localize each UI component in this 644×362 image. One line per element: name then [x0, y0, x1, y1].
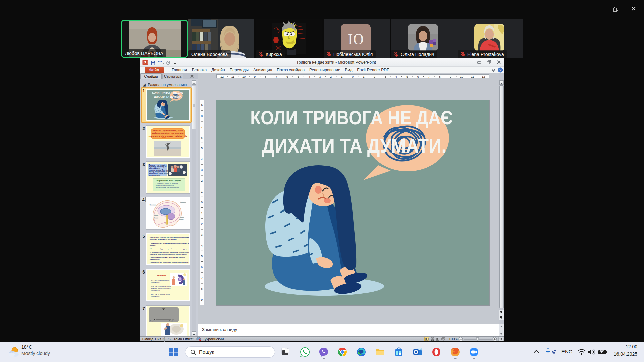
svg-text:Як тривожність може і разум?: Як тривожність може і разум? — [156, 180, 181, 182]
svg-text:свої відчуття.: свої відчуття. — [151, 289, 160, 291]
svg-text:8: 8 — [265, 75, 266, 78]
svg-text:«Життя – це не чекати, коли: «Життя – це не чекати, коли — [153, 129, 183, 132]
svg-text:контролювати.: контролювати. — [149, 174, 160, 176]
svg-text:Результат: Результат — [157, 274, 166, 276]
svg-text:Емоції: Емоції — [150, 320, 153, 322]
svg-text:кризової?: кризової? — [150, 245, 156, 246]
svg-text:5. Чи помічали інші, що поради: 5. Чи помічали інші, що порадила вас пов… — [150, 262, 189, 263]
svg-text:Мигдал: Мигдал — [154, 215, 158, 216]
svg-text:1: 1 — [363, 75, 364, 78]
svg-text:12: 12 — [482, 75, 485, 78]
svg-text:тривожності.: тривожності. — [151, 281, 160, 283]
svg-text:Мозочок: Мозочок — [179, 219, 184, 220]
svg-text:3: 3 — [201, 233, 203, 236]
svg-text:6: 6 — [201, 265, 203, 269]
svg-text:2: 2 — [201, 222, 203, 226]
svg-text:10: 10 — [242, 75, 246, 78]
svg-text:0-7: "так" — низький рівень: 0-7: "так" — низький рівень — [151, 279, 170, 281]
svg-text:7: 7 — [428, 75, 430, 78]
svg-text:4: 4 — [308, 75, 310, 78]
svg-text:1: 1 — [201, 212, 203, 215]
svg-text:4. Чи стали ви продуктивні у т: 4. Чи стали ви продуктивні у таких назва… — [150, 257, 185, 258]
svg-text:2. Чи можна не відчувати людсь: 2. Чи можна не відчувати людській опитув… — [150, 248, 189, 250]
svg-text:Думки: Думки — [162, 308, 165, 309]
svg-text:Корисне якості й того, хто вмі: Корисне якості й того, хто вміє, якщо ви… — [150, 237, 189, 238]
svg-text:8-12: "так" — середній рівень,: 8-12: "так" — середній рівень, — [151, 285, 171, 287]
svg-text:9: 9 — [254, 75, 256, 78]
svg-text:12: 12 — [220, 75, 224, 78]
svg-text:Свідомість: Свідомість — [180, 202, 186, 203]
svg-text:4: 4 — [395, 75, 397, 78]
svg-text:конфліктності?: конфліктності? — [150, 259, 160, 260]
svg-text:5: 5 — [201, 255, 203, 258]
svg-text:7: 7 — [276, 75, 277, 78]
svg-text:ДИХАТИ ТА ДУМАТИ.: ДИХАТИ ТА ДУМАТИ. — [262, 135, 446, 157]
svg-text:прикладної. Визначають — моя л: прикладної. Визначають — моя любов та: — [150, 239, 177, 240]
svg-text:6: 6 — [417, 75, 419, 78]
svg-text:2: 2 — [201, 179, 203, 182]
svg-text:2: 2 — [374, 75, 375, 78]
svg-text:Гіпоталамус: Гіпоталамус — [150, 204, 156, 206]
svg-text:5: 5 — [406, 75, 408, 78]
svg-text:Гіпокамп: Гіпокамп — [154, 217, 158, 219]
svg-text:9: 9 — [201, 298, 203, 301]
svg-text:7: 7 — [201, 276, 203, 280]
svg-text:8: 8 — [439, 75, 441, 78]
svg-text:танцювати під дощем» – Вівіан: танцювати під дощем» – Вівіан Грін — [148, 135, 187, 138]
svg-text:Стовбур: Стовбур — [180, 217, 184, 218]
svg-text:закінчиться буря. Це вчитися: закінчиться буря. Це вчитися — [152, 132, 183, 135]
svg-text:3: 3 — [319, 75, 321, 78]
svg-text:3. Чи помічаєте у себе фізичні: 3. Чи помічаєте у себе фізичні недомаган… — [150, 251, 189, 253]
svg-text:9: 9 — [201, 104, 203, 107]
svg-text:Складнощі в роботі, на приватн: Складнощі в роботі, на приватне — [156, 183, 178, 184]
svg-text:1: 1 — [341, 75, 342, 78]
svg-text:0: 0 — [201, 201, 203, 204]
svg-text:13+: "так" — високий рівень: 13+: "так" — високий рівень — [151, 293, 170, 295]
svg-text:5: 5 — [298, 75, 299, 78]
svg-text:3: 3 — [384, 75, 386, 78]
svg-text:0: 0 — [352, 75, 354, 78]
svg-text:6: 6 — [286, 75, 288, 78]
svg-text:4: 4 — [201, 158, 203, 161]
svg-text:1. Чи ви турбуєтесь за невизна: 1. Чи ви турбуєтесь за невизначеною філо… — [150, 243, 189, 244]
svg-text:8: 8 — [201, 287, 203, 290]
svg-text:1: 1 — [201, 190, 203, 193]
svg-text:Поведінка: Поведінка — [169, 320, 174, 322]
svg-text:6: 6 — [201, 136, 203, 139]
svg-text:можливо, варто переглянути: можливо, варто переглянути — [151, 287, 171, 289]
svg-text:серцебиття, напруження, безпри: серцебиття, напруження, безпричинних час… — [150, 253, 187, 255]
svg-text:11: 11 — [471, 75, 474, 78]
svg-text:?: ? — [499, 68, 502, 72]
svg-text:КОЛИ ТРИВОГА НЕ ДАЄ: КОЛИ ТРИВОГА НЕ ДАЄ — [250, 107, 453, 128]
svg-text:3: 3 — [201, 168, 203, 172]
svg-text:тривожності.: тривожності. — [151, 295, 160, 297]
svg-text:10: 10 — [460, 75, 463, 78]
svg-text:"втрата голови", мих переживан: "втрата голови", мих переживання — [156, 187, 179, 188]
svg-text:життя, погане самопочуття,: життя, погане самопочуття, — [156, 185, 174, 186]
svg-text:9: 9 — [450, 75, 451, 78]
svg-text:11: 11 — [231, 75, 234, 78]
svg-text:8: 8 — [201, 114, 203, 118]
svg-text:4: 4 — [201, 244, 203, 247]
svg-text:2: 2 — [330, 75, 332, 78]
svg-text:5: 5 — [201, 147, 203, 150]
svg-text:7: 7 — [201, 125, 203, 128]
